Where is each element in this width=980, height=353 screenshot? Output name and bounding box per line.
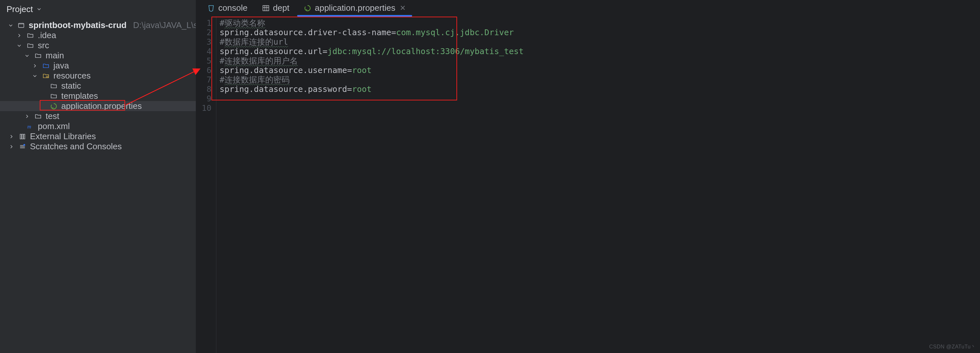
editor-tabs: console dept application.properties ✕ bbox=[196, 0, 980, 16]
editor-area: console dept application.properties ✕ 1 … bbox=[196, 0, 980, 353]
chevron-right-icon[interactable] bbox=[31, 63, 38, 69]
svg-text:m: m bbox=[27, 123, 31, 129]
tree-item-label: templates bbox=[61, 91, 98, 101]
tree-item-resources[interactable]: resources bbox=[0, 71, 196, 81]
folder-icon bbox=[49, 82, 58, 90]
tree-item-src[interactable]: src bbox=[0, 40, 196, 51]
spring-properties-icon bbox=[49, 102, 58, 110]
chevron-down-icon[interactable] bbox=[8, 22, 14, 28]
code-line: #连接数据库的密码 bbox=[220, 75, 980, 85]
tab-dept[interactable]: dept bbox=[255, 0, 297, 16]
line-number: 8 bbox=[198, 85, 212, 94]
project-tree: sprintboot-mybatis-crud D:\java\JAVA_L\s… bbox=[0, 18, 196, 153]
close-icon[interactable]: ✕ bbox=[398, 4, 406, 13]
code-line: #驱动类名称 bbox=[220, 18, 980, 28]
folder-icon bbox=[26, 42, 35, 50]
chevron-down-icon[interactable] bbox=[24, 53, 30, 59]
spring-properties-icon bbox=[304, 4, 312, 12]
line-number: 5 bbox=[198, 56, 212, 65]
line-number: 3 bbox=[198, 37, 212, 46]
tree-item-label: .idea bbox=[38, 30, 56, 40]
tree-item-java[interactable]: java bbox=[0, 61, 196, 71]
folder-icon bbox=[26, 31, 35, 40]
tree-item-label: pom.xml bbox=[38, 121, 70, 131]
watermark: CSDN @ZATuTu丶 bbox=[929, 343, 976, 350]
chevron-right-icon[interactable] bbox=[16, 33, 23, 38]
code-line: spring.datasource.driver-class-name=com.… bbox=[220, 28, 980, 37]
tree-item-label: java bbox=[53, 61, 69, 71]
line-number: 4 bbox=[198, 46, 212, 56]
tab-console[interactable]: console bbox=[200, 0, 255, 16]
folder-icon bbox=[34, 51, 42, 60]
maven-icon: m bbox=[26, 122, 35, 131]
scratches-icon bbox=[18, 142, 27, 151]
tree-item-main[interactable]: main bbox=[0, 51, 196, 61]
ide-window: Project sprintboot-mybatis-crud D:\java\… bbox=[0, 0, 980, 353]
folder-icon bbox=[34, 112, 42, 121]
svg-rect-9 bbox=[263, 6, 269, 11]
project-panel-header[interactable]: Project bbox=[0, 0, 196, 18]
tree-item-label: resources bbox=[53, 71, 91, 81]
line-gutter: 1 2 3 4 5 6 7 8 9 10 bbox=[196, 16, 216, 353]
chevron-down-icon[interactable] bbox=[16, 43, 23, 49]
tree-item-templates[interactable]: • templates bbox=[0, 91, 196, 101]
project-panel: Project sprintboot-mybatis-crud D:\java\… bbox=[0, 0, 196, 353]
tab-label: application.properties bbox=[315, 3, 395, 13]
tree-item-label: test bbox=[46, 111, 59, 121]
tree-item-label: Scratches and Consoles bbox=[30, 141, 122, 152]
tree-item-pom[interactable]: • m pom.xml bbox=[0, 121, 196, 131]
line-number: 7 bbox=[198, 75, 212, 85]
chevron-down-icon bbox=[35, 6, 43, 12]
code-line: spring.datasource.username=root bbox=[220, 65, 980, 75]
chevron-right-icon[interactable] bbox=[24, 113, 30, 119]
source-folder-icon bbox=[42, 62, 50, 70]
code-line: #数据库连接的url bbox=[220, 37, 980, 46]
folder-icon bbox=[49, 92, 58, 101]
tree-item-application-properties[interactable]: • application.properties bbox=[0, 101, 196, 111]
module-icon bbox=[17, 21, 25, 30]
tree-item-static[interactable]: • static bbox=[0, 81, 196, 91]
resources-folder-icon bbox=[42, 72, 50, 80]
line-number: 9 bbox=[198, 94, 212, 103]
code-line: #连接数据库的用户名 bbox=[220, 56, 980, 65]
library-icon bbox=[18, 133, 27, 141]
db-console-icon bbox=[207, 4, 215, 12]
svg-point-3 bbox=[52, 107, 53, 108]
tree-item-label: static bbox=[61, 81, 81, 91]
svg-rect-5 bbox=[20, 134, 22, 139]
tree-root-path: D:\java\JAVA_L\sprintboot-mybatis-cru bbox=[130, 20, 196, 30]
tree-item-external-libraries[interactable]: External Libraries bbox=[0, 131, 196, 141]
line-number: 1 bbox=[198, 18, 212, 28]
svg-rect-1 bbox=[19, 23, 24, 24]
tab-label: console bbox=[218, 3, 248, 13]
tree-item-test[interactable]: test bbox=[0, 111, 196, 121]
svg-rect-6 bbox=[22, 134, 23, 139]
tree-root[interactable]: sprintboot-mybatis-crud D:\java\JAVA_L\s… bbox=[0, 20, 196, 30]
svg-rect-7 bbox=[24, 134, 25, 139]
table-icon bbox=[262, 4, 270, 12]
code-line: spring.datasource.password=root bbox=[220, 85, 980, 94]
tree-item-idea[interactable]: .idea bbox=[0, 30, 196, 40]
tree-item-label: External Libraries bbox=[30, 131, 96, 141]
code-line: spring.datasource.url=jdbc:mysql://local… bbox=[220, 46, 980, 56]
code-editor[interactable]: 1 2 3 4 5 6 7 8 9 10 #驱动类名称 spring.datas… bbox=[196, 16, 980, 353]
line-number: 10 bbox=[198, 103, 212, 113]
chevron-right-icon[interactable] bbox=[8, 134, 15, 139]
code-line bbox=[220, 94, 980, 103]
chevron-down-icon[interactable] bbox=[31, 73, 38, 79]
chevron-right-icon[interactable] bbox=[8, 144, 15, 150]
tab-label: dept bbox=[273, 3, 290, 13]
code-body[interactable]: #驱动类名称 spring.datasource.driver-class-na… bbox=[216, 16, 980, 353]
tab-application-properties[interactable]: application.properties ✕ bbox=[296, 0, 413, 16]
svg-point-8 bbox=[24, 144, 25, 146]
svg-point-10 bbox=[306, 9, 307, 10]
tree-item-scratches[interactable]: Scratches and Consoles bbox=[0, 141, 196, 152]
code-line bbox=[220, 103, 980, 113]
line-number: 2 bbox=[198, 28, 212, 37]
tree-item-label: application.properties bbox=[61, 101, 142, 111]
tree-item-label: src bbox=[38, 40, 49, 51]
svg-rect-2 bbox=[46, 76, 48, 78]
line-number: 6 bbox=[198, 65, 212, 75]
tree-item-label: main bbox=[46, 51, 64, 61]
tree-root-label: sprintboot-mybatis-crud bbox=[29, 20, 126, 30]
